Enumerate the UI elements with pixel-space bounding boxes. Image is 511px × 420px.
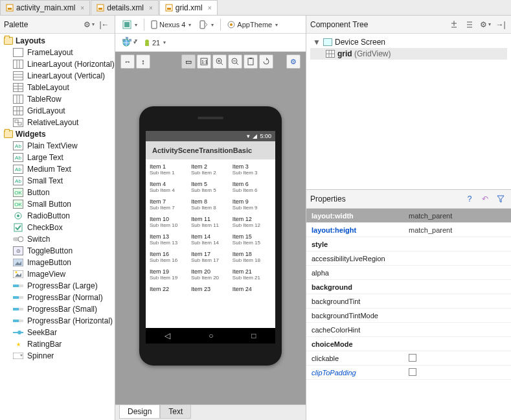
- close-icon[interactable]: ×: [80, 5, 84, 12]
- tab-design[interactable]: Design: [119, 405, 160, 419]
- tab-details[interactable]: details.xml ×: [91, 0, 159, 15]
- palette-item[interactable]: Spinner: [0, 350, 115, 362]
- grid-cell[interactable]: Item 18Sub Item 18: [233, 251, 271, 263]
- property-row[interactable]: clickable: [306, 351, 511, 366]
- palette-item[interactable]: Switch: [0, 233, 115, 245]
- locale-selector[interactable]: [119, 36, 139, 50]
- checkbox-icon[interactable]: [409, 368, 416, 376]
- palette-item[interactable]: OKSmall Button: [0, 198, 115, 210]
- grid-cell[interactable]: Item 3Sub Item 3: [233, 163, 271, 176]
- palette-item[interactable]: AbPlain TextView: [0, 140, 115, 152]
- palette-item[interactable]: ProgressBar (Large): [0, 280, 115, 292]
- tree-child-grid[interactable]: grid (GridView): [310, 48, 507, 60]
- grid-cell[interactable]: Item 9Sub Item 9: [233, 198, 271, 211]
- zoom-out-icon[interactable]: [228, 54, 242, 69]
- orientation-selector[interactable]: [196, 18, 217, 32]
- palette-settings-icon[interactable]: ⚙: [82, 18, 95, 31]
- palette-item[interactable]: OKButton: [0, 187, 115, 198]
- grid-cell[interactable]: Item 10Sub Item 10: [150, 216, 188, 228]
- grid-cell[interactable]: Item 22: [150, 286, 188, 292]
- filter-icon[interactable]: [494, 192, 507, 205]
- palette-item[interactable]: LinearLayout (Horizontal): [0, 58, 115, 70]
- grid-cell[interactable]: Item 6Sub Item 6: [233, 181, 271, 193]
- palette-item[interactable]: ImageButton: [0, 257, 115, 268]
- property-row[interactable]: background: [306, 280, 511, 294]
- grid-cell[interactable]: Item 1Sub Item 1: [150, 163, 188, 176]
- zoom-in-icon[interactable]: [212, 54, 227, 69]
- palette-item[interactable]: GridLayout: [0, 105, 115, 117]
- palette-item[interactable]: RelativeLayout: [0, 117, 115, 128]
- checkbox-icon[interactable]: [409, 354, 416, 362]
- settings-gear-icon[interactable]: ⚙: [286, 54, 301, 69]
- tab-text[interactable]: Text: [160, 405, 191, 419]
- zoom-fit-icon[interactable]: 1:1: [197, 54, 211, 69]
- palette-item[interactable]: CheckBox: [0, 222, 115, 233]
- grid-cell[interactable]: Item 23: [191, 286, 230, 292]
- property-row[interactable]: choiceMode: [306, 337, 511, 351]
- expand-all-icon[interactable]: [448, 18, 460, 31]
- grid-cell[interactable]: Item 20Sub Item 20: [191, 268, 230, 281]
- tree-root[interactable]: ▼ Device Screen: [310, 36, 507, 48]
- select-mode-icon[interactable]: ▭: [181, 54, 196, 69]
- grid-cell[interactable]: Item 5Sub Item 5: [191, 181, 230, 193]
- palette-category[interactable]: Layouts: [0, 35, 115, 47]
- property-row[interactable]: backgroundTintMode: [306, 309, 511, 323]
- close-icon[interactable]: ×: [149, 5, 153, 12]
- api-selector[interactable]: 21: [141, 36, 169, 50]
- grid-cell[interactable]: Item 21Sub Item 21: [233, 268, 271, 281]
- palette-item[interactable]: LinearLayout (Vertical): [0, 70, 115, 82]
- tree-twisty-icon[interactable]: ▼: [313, 38, 321, 47]
- palette-item[interactable]: ★RatingBar: [0, 338, 115, 350]
- toggle-width-icon[interactable]: ↔: [120, 54, 135, 69]
- design-canvas[interactable]: ↔ ↕ ▭ 1:1 ⚙: [115, 52, 306, 404]
- palette-item[interactable]: ⊙ToggleButton: [0, 245, 115, 257]
- help-icon[interactable]: ?: [463, 192, 476, 205]
- property-row[interactable]: style: [306, 237, 511, 251]
- tree-settings-icon[interactable]: ⚙: [479, 18, 492, 31]
- property-value[interactable]: match_parent: [409, 226, 452, 234]
- grid-cell[interactable]: Item 11Sub Item 11: [191, 216, 230, 228]
- palette-collapse-icon[interactable]: |←: [98, 18, 111, 31]
- grid-cell[interactable]: Item 17Sub Item 17: [191, 251, 230, 263]
- tab-grid[interactable]: grid.xml ×: [159, 0, 218, 15]
- grid-cell[interactable]: Item 8Sub Item 8: [191, 198, 230, 211]
- palette-item[interactable]: TableLayout: [0, 82, 115, 93]
- gridview-preview[interactable]: Item 1Sub Item 1Item 2Sub Item 2Item 3Su…: [146, 159, 275, 328]
- render-options-icon[interactable]: [119, 18, 141, 32]
- close-icon[interactable]: ×: [208, 5, 212, 12]
- property-row[interactable]: layout:heightmatch_parent: [306, 223, 511, 237]
- grid-cell[interactable]: Item 4Sub Item 4: [150, 181, 188, 193]
- grid-cell[interactable]: Item 7Sub Item 7: [150, 198, 188, 211]
- refresh-icon[interactable]: [259, 54, 273, 69]
- palette-item[interactable]: ProgressBar (Normal): [0, 292, 115, 303]
- property-value[interactable]: match_parent: [409, 212, 452, 220]
- palette-item[interactable]: AbSmall Text: [0, 175, 115, 187]
- grid-cell[interactable]: Item 19Sub Item 19: [150, 268, 188, 281]
- property-row[interactable]: backgroundTint: [306, 294, 511, 309]
- property-row[interactable]: layout:widthmatch_parent: [306, 209, 511, 223]
- grid-cell[interactable]: Item 24: [233, 286, 271, 292]
- device-selector[interactable]: Nexus 4: [148, 18, 194, 32]
- undo-icon[interactable]: ↶: [479, 192, 492, 205]
- tab-activity-main[interactable]: activity_main.xml ×: [0, 0, 90, 15]
- palette-item[interactable]: AbLarge Text: [0, 152, 115, 163]
- grid-cell[interactable]: Item 15Sub Item 15: [233, 233, 271, 246]
- theme-selector[interactable]: AppTheme: [224, 18, 281, 32]
- grid-cell[interactable]: Item 16Sub Item 16: [150, 251, 188, 263]
- toggle-height-icon[interactable]: ↕: [136, 54, 150, 69]
- grid-cell[interactable]: Item 12Sub Item 12: [233, 216, 271, 228]
- palette-item[interactable]: SeekBar: [0, 327, 115, 338]
- palette-item[interactable]: AbMedium Text: [0, 163, 115, 175]
- palette-item[interactable]: FrameLayout: [0, 47, 115, 58]
- property-row[interactable]: accessibilityLiveRegion: [306, 251, 511, 266]
- tree-collapse-icon[interactable]: →|: [494, 18, 507, 31]
- palette-item[interactable]: ProgressBar (Small): [0, 303, 115, 315]
- palette-item[interactable]: ImageView: [0, 268, 115, 280]
- device-screen[interactable]: ▾ ◢ 5:00 ActivitySceneTransitionBasic It…: [146, 131, 275, 344]
- palette-category[interactable]: Widgets: [0, 128, 115, 140]
- property-row[interactable]: clipToPadding: [306, 366, 511, 380]
- property-row[interactable]: alpha: [306, 266, 511, 280]
- grid-cell[interactable]: Item 14Sub Item 14: [191, 233, 230, 246]
- palette-item[interactable]: ProgressBar (Horizontal): [0, 315, 115, 327]
- property-row[interactable]: cacheColorHint: [306, 323, 511, 337]
